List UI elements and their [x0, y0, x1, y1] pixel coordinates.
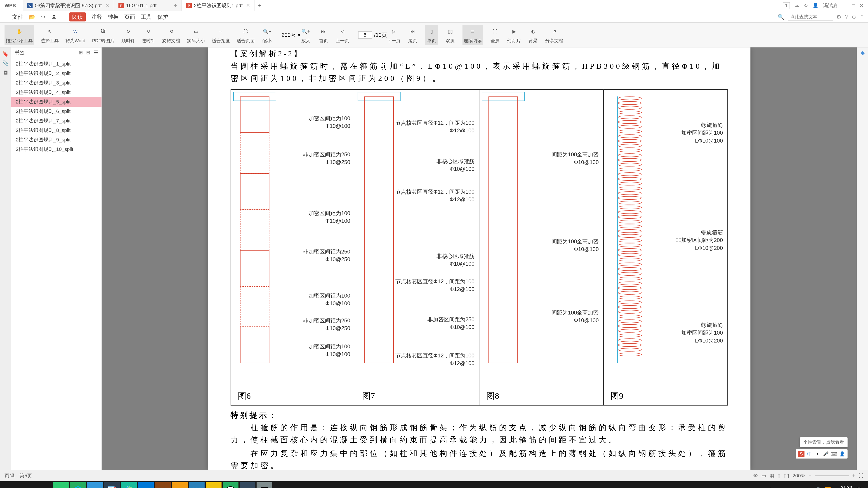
document-viewport[interactable]: 【案例解析2-2】 当圆柱采用螺旋箍筋时，需在箍筋前加“L”．LΦ10@100，… [102, 47, 857, 470]
bookmark-item[interactable]: 2柱平法识图规则_3_split [11, 78, 101, 88]
collapse-icon[interactable]: ⊟ [86, 50, 90, 56]
zoom-level[interactable]: 200%▾ [281, 32, 300, 38]
feedback-icon[interactable]: ☺ [851, 14, 857, 20]
zoom-slider[interactable] [815, 475, 849, 476]
search-icon[interactable]: 🔍 [778, 14, 784, 20]
zoom-out-icon[interactable]: − [809, 473, 811, 479]
cortana-icon[interactable]: ○ [19, 482, 35, 488]
app-icon[interactable]: 📝 [104, 482, 120, 488]
app-icon[interactable]: 📁 [206, 482, 221, 488]
tool-double-page[interactable]: ▯▯双页 [445, 26, 456, 44]
ime-toolbar[interactable]: S 中 • 🎤 ⌨ 👤 [796, 449, 848, 459]
eye-icon[interactable]: 👁 [753, 473, 758, 479]
view-mode-icon[interactable]: ▭ [761, 473, 766, 479]
minimize-icon[interactable]: — [842, 3, 847, 8]
tool-to-image[interactable]: 🖼PDF转图片 [92, 26, 115, 44]
menu-annotate[interactable]: 注释 [91, 13, 102, 21]
tool-zoom-in[interactable]: 🔍+放大 [301, 26, 311, 44]
zoom-in-icon[interactable]: + [852, 473, 855, 479]
tray-icon[interactable]: ● [799, 487, 802, 488]
menu-tools[interactable]: 工具 [141, 13, 152, 21]
search-input[interactable] [788, 13, 833, 21]
help-icon[interactable]: ? [845, 14, 848, 20]
bookmark-item[interactable]: 2柱平法识图规则_10_split [11, 144, 101, 154]
app-icon[interactable]: ● [172, 482, 188, 488]
assistant-icon[interactable]: ◆ [857, 50, 868, 59]
tool-rotate-cw[interactable]: ↻顺时针 [121, 26, 135, 44]
bookmark-item[interactable]: 2柱平法识图规则_6_split [11, 107, 101, 116]
app-icon[interactable]: 🌍 [121, 482, 137, 488]
tool-fullscreen[interactable]: ⛶全屏 [490, 26, 500, 44]
hamburger-icon[interactable]: ≡ [3, 14, 6, 20]
tool-first-page[interactable]: ⏮首页 [318, 26, 329, 44]
tab-doc-2[interactable]: P2柱平法识图规则1.pdf✕ [182, 0, 255, 11]
app-icon[interactable]: 💬 [223, 482, 239, 488]
open-icon[interactable]: 📂 [29, 14, 35, 20]
notification-icon[interactable]: 💬 [856, 487, 862, 488]
bookmark-item[interactable]: 2柱平法识图规则_8_split [11, 126, 101, 135]
close-icon[interactable]: ✕ [860, 3, 864, 8]
app-icon[interactable]: W [189, 482, 205, 488]
tool-prev-page[interactable]: ◁上一页 [336, 26, 349, 44]
task-view-icon[interactable]: ⧉ [36, 482, 52, 488]
tool-slideshow[interactable]: ▶幻灯片 [507, 26, 521, 44]
settings-icon[interactable]: ⚙ [836, 14, 841, 20]
tool-fit-page[interactable]: ⛶适合页面 [237, 26, 255, 44]
tray-icon[interactable]: ● [792, 487, 796, 488]
expand-icon[interactable]: ⊞ [79, 50, 83, 56]
attachment-icon[interactable]: 📎 [0, 59, 11, 68]
tray-icon[interactable]: ● [785, 487, 789, 488]
app-icon[interactable]: e [138, 482, 154, 488]
ime-lang-icon[interactable]: 中 [806, 451, 813, 457]
chevron-up-icon[interactable]: ⌃ [860, 14, 865, 20]
app-icon[interactable]: 🖼 [256, 482, 272, 488]
tool-rotate-ccw[interactable]: ↺逆时针 [142, 26, 155, 44]
bookmark-item[interactable]: 2柱平法识图规则_9_split [11, 135, 101, 144]
fullscreen-icon[interactable]: ⛶ [859, 473, 864, 479]
tool-hand[interactable]: ✋拖拽平移工具 [4, 25, 34, 45]
arrow-icon[interactable]: ↪ [41, 14, 46, 20]
cloud-icon[interactable]: ☁ [794, 3, 799, 8]
ime-keyboard-icon[interactable]: ⌨ [831, 451, 837, 457]
tool-background[interactable]: ◐背景 [528, 26, 538, 44]
ime-icon[interactable]: 中 [805, 487, 811, 488]
clock[interactable]: 21:392019/4/9 [835, 485, 852, 488]
tool-actual-size[interactable]: ▭实际大小 [187, 26, 205, 44]
tab-doc-1[interactable]: P16G101-1.pdf+ [114, 0, 182, 11]
user-avatar-icon[interactable]: 👤 [812, 3, 818, 8]
ime-punct-icon[interactable]: • [814, 451, 821, 457]
start-button[interactable]: ⊞ [2, 482, 18, 488]
bookmark-icon[interactable]: 🔖 [0, 50, 11, 59]
app-icon[interactable]: ▭ [240, 482, 255, 488]
tool-share[interactable]: ⇗分享文档 [545, 26, 563, 44]
user-name[interactable]: 冯鸿嘉 [823, 2, 838, 9]
new-tab-button[interactable]: + [255, 0, 264, 11]
print-icon[interactable]: 🖶 [51, 14, 57, 20]
wifi-icon[interactable]: 📶 [825, 487, 831, 488]
menu-protect[interactable]: 保护 [157, 13, 168, 21]
bookmark-item-active[interactable]: 2柱平法识图规则_5_split [11, 97, 101, 107]
menu-convert[interactable]: 转换 [108, 13, 119, 21]
tool-continuous[interactable]: ≣连续阅读 [463, 25, 483, 45]
bookmark-item[interactable]: 2柱平法识图规则_1_split [11, 59, 101, 69]
tool-single-page[interactable]: ▯单页 [425, 25, 438, 45]
view-mode-icon[interactable]: ▯▯ [784, 473, 789, 479]
page-input[interactable] [358, 31, 372, 39]
sync-icon[interactable]: ↻ [804, 3, 808, 8]
bookmark-item[interactable]: 2柱平法识图规则_2_split [11, 69, 101, 78]
volume-icon[interactable]: 🔊 [814, 487, 821, 488]
tab-close-icon[interactable]: ✕ [102, 3, 109, 8]
app-icon[interactable]: ▶ [53, 482, 69, 488]
ime-logo-icon[interactable]: S [798, 451, 804, 457]
view-mode-icon[interactable]: ▦ [770, 473, 774, 479]
tab-add-icon[interactable]: + [170, 3, 177, 8]
tool-rotate-doc[interactable]: ⟲旋转文档 [162, 26, 180, 44]
settings-tooltip[interactable]: 个性设置，点我看看 [800, 437, 848, 447]
tool-last-page[interactable]: ⏭尾页 [407, 26, 418, 44]
tool-next-page[interactable]: ▷下一页 [387, 26, 401, 44]
menu-file[interactable]: 文件 [12, 13, 23, 21]
ime-voice-icon[interactable]: 🎤 [823, 451, 829, 457]
bookmark-item[interactable]: 2柱平法识图规则_7_split [11, 116, 101, 126]
app-icon[interactable]: 📷 [87, 482, 103, 488]
tool-to-word[interactable]: W转为Word [66, 26, 85, 44]
